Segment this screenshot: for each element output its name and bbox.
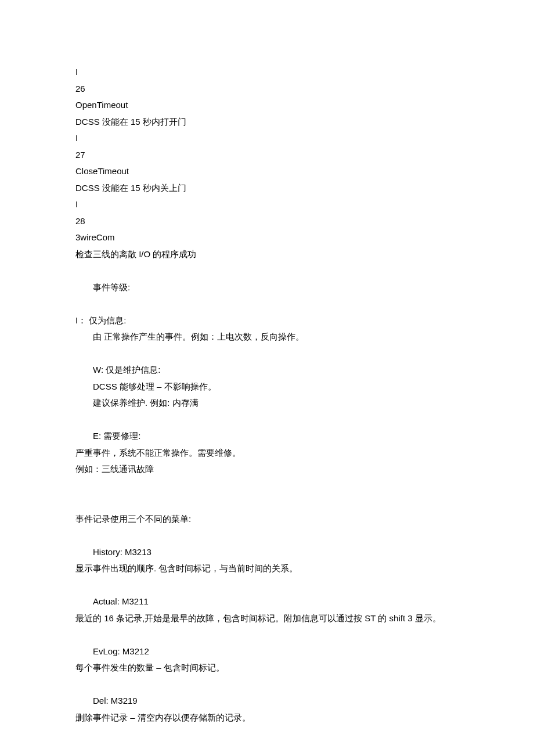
error-name: OpenTimeout bbox=[75, 97, 459, 114]
error-name: CloseTimeout bbox=[75, 163, 459, 180]
level-e-title: E: 需要修理: bbox=[75, 428, 459, 445]
level-w-title: W: 仅是维护信息: bbox=[75, 362, 459, 379]
menu-title: EvLog: M3212 bbox=[75, 643, 459, 660]
level-i-desc: 由 正常操作产生的事件。例如：上电次数，反向操作。 bbox=[75, 329, 459, 345]
error-level: I bbox=[75, 64, 459, 81]
level-w-line2: 建议保养维护. 例如: 内存满 bbox=[75, 395, 459, 412]
menu-title: Del: M3219 bbox=[75, 693, 459, 710]
menu-desc: 显示事件出现的顺序. 包含时间标记，与当前时间的关系。 bbox=[75, 560, 459, 577]
menu-desc: 每个事件发生的数量 – 包含时间标记。 bbox=[75, 660, 459, 676]
menu-desc: 最近的 16 条记录,开始是最早的故障，包含时间标记。附加信息可以通过按 ST … bbox=[75, 610, 459, 627]
error-level: I bbox=[75, 196, 459, 213]
level-e-line2: 例如：三线通讯故障 bbox=[75, 461, 459, 478]
menu-desc: 删除事件记录 – 清空内存以便存储新的记录。 bbox=[75, 710, 459, 726]
level-w-line1: DCSS 能够处理 – 不影响操作。 bbox=[75, 379, 459, 395]
error-code: 26 bbox=[75, 81, 459, 98]
error-code: 28 bbox=[75, 213, 459, 230]
error-desc: DCSS 没能在 15 秒内关上门 bbox=[75, 180, 459, 197]
event-level-heading: 事件等级: bbox=[75, 279, 459, 296]
error-desc: DCSS 没能在 15 秒内打开门 bbox=[75, 114, 459, 131]
error-desc: 检查三线的离散 I/O 的程序成功 bbox=[75, 246, 459, 263]
error-level: I bbox=[75, 130, 459, 147]
error-name: 3wireCom bbox=[75, 229, 459, 246]
menu-title: Actual: M3211 bbox=[75, 593, 459, 610]
menus-intro: 事件记录使用三个不同的菜单: bbox=[75, 511, 459, 528]
level-i-title: I： 仅为信息: bbox=[75, 312, 459, 329]
error-code: 27 bbox=[75, 147, 459, 164]
level-e-line1: 严重事件，系统不能正常操作。需要维修。 bbox=[75, 445, 459, 462]
menu-title: History: M3213 bbox=[75, 544, 459, 561]
